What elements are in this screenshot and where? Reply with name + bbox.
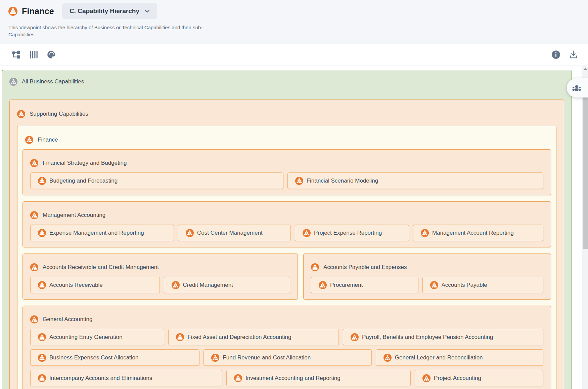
- title-row: Finance C. Capability Hierarchy: [8, 3, 588, 19]
- capability-leaf-investment-accounting-and-reporting[interactable]: Investment Accounting and Reporting: [226, 370, 411, 386]
- capability-leaf-cost-center-management[interactable]: Cost Center Management: [178, 225, 291, 241]
- node-header: Management Accounting: [30, 211, 543, 219]
- node-label: Accounting Entry Generation: [49, 334, 122, 341]
- capability-leaf-payroll-benefits-and-employee-pension-accounting[interactable]: Payroll, Benefits and Employee Pension A…: [343, 329, 543, 345]
- palette-icon[interactable]: [47, 50, 56, 59]
- capability-leaf-financial-scenario-modeling[interactable]: Financial Scenario Modeling: [287, 172, 543, 189]
- capability-node-finance[interactable]: Finance Financial Strategy and Budgeting…: [17, 126, 556, 389]
- node-header: Accounts Receivable and Credit Managemen…: [30, 263, 290, 271]
- capability-icon: [234, 374, 242, 382]
- node-label: Finance: [38, 137, 58, 143]
- capability-icon: [17, 110, 25, 118]
- capability-icon: [38, 354, 46, 362]
- capability-group-general-accounting[interactable]: General Accounting Accounting Entry Gene…: [22, 306, 551, 389]
- node-header: Finance: [25, 136, 551, 144]
- toolbar-right: [551, 50, 578, 59]
- children-row: Procurement Accounts Payable: [311, 277, 543, 293]
- node-label: Budgeting and Forecasting: [49, 178, 118, 184]
- capability-icon: [186, 229, 194, 237]
- capability-leaf-credit-management[interactable]: Credit Management: [164, 277, 290, 293]
- node-label: General Accounting: [43, 316, 92, 323]
- capability-icon: [319, 281, 327, 289]
- capability-node-supporting-capabilities[interactable]: Supporting Capabilities Finance Financia…: [9, 100, 564, 389]
- capability-icon: [30, 211, 38, 219]
- node-label: Accounts Payable: [442, 282, 487, 288]
- node-label: Intercompany Accounts and Eliminations: [49, 375, 152, 382]
- diagram-canvas: All Business Capabilities Supporting Cap…: [0, 66, 588, 389]
- capability-leaf-accounting-entry-generation[interactable]: Accounting Entry Generation: [30, 329, 164, 345]
- capability-icon: [38, 333, 46, 341]
- node-label: General Ledger and Reconciliation: [395, 354, 483, 361]
- capability-icon: [311, 263, 319, 271]
- people-group-button[interactable]: [567, 78, 588, 98]
- capability-leaf-management-account-reporting[interactable]: Management Account Reporting: [413, 225, 543, 241]
- capability-leaf-project-expense-reporting[interactable]: Project Expense Reporting: [295, 225, 409, 241]
- column-layout-icon[interactable]: [29, 50, 38, 59]
- capability-leaf-intercompany-accounts-and-eliminations[interactable]: Intercompany Accounts and Eliminations: [30, 370, 222, 386]
- capability-leaf-project-accounting[interactable]: Project Accounting: [415, 370, 543, 386]
- capability-group-financial-strategy-and-budgeting[interactable]: Financial Strategy and Budgeting Budgeti…: [22, 149, 551, 195]
- node-header: Accounts Payable and Expenses: [311, 263, 543, 271]
- node-header: Financial Strategy and Budgeting: [30, 159, 543, 167]
- page-header: Finance C. Capability Hierarchy This Vie…: [0, 0, 588, 44]
- node-label: Procurement: [330, 282, 363, 288]
- capability-icon: [351, 333, 359, 341]
- children-row: Intercompany Accounts and Eliminations I…: [30, 370, 543, 386]
- capability-icon: [172, 281, 180, 289]
- children-row: Accounts Receivable Credit Management: [30, 277, 290, 293]
- capability-group-accounts-receivable-and-credit-management[interactable]: Accounts Receivable and Credit Managemen…: [22, 254, 298, 300]
- capability-icon: [211, 354, 219, 362]
- people-group-icon: [572, 83, 582, 93]
- toolbar-left: [12, 50, 56, 59]
- capability-leaf-expense-management-and-reporting[interactable]: Expense Management and Reporting: [30, 225, 174, 241]
- up-triangle-icon: [584, 68, 587, 70]
- vertical-scrollbar[interactable]: [582, 66, 588, 389]
- capability-group-accounts-payable-and-expenses[interactable]: Accounts Payable and Expenses Procuremen…: [303, 254, 551, 300]
- scrollbar-thumb[interactable]: [583, 98, 588, 249]
- children-row: Budgeting and Forecasting Financial Scen…: [30, 172, 543, 189]
- capability-leaf-general-ledger-and-reconciliation[interactable]: General Ledger and Reconciliation: [376, 349, 543, 366]
- scrollbar-up-arrow[interactable]: [582, 66, 588, 72]
- capability-icon: [38, 374, 46, 382]
- capability-leaf-accounts-receivable[interactable]: Accounts Receivable: [30, 277, 160, 293]
- capability-node-all-business-capabilities[interactable]: All Business Capabilities Supporting Cap…: [2, 70, 572, 389]
- capability-leaf-accounts-payable[interactable]: Accounts Payable: [422, 277, 543, 293]
- node-header: General Accounting: [30, 315, 543, 323]
- node-label: Fund Revenue and Cost Allocation: [223, 354, 311, 361]
- node-label: Accounts Receivable and Credit Managemen…: [43, 264, 159, 271]
- capability-leaf-fund-revenue-and-cost-allocation[interactable]: Fund Revenue and Cost Allocation: [203, 349, 371, 366]
- capability-leaf-budgeting-and-forecasting[interactable]: Budgeting and Forecasting: [30, 172, 283, 189]
- viewpoint-dropdown-label: C. Capability Hierarchy: [70, 7, 139, 15]
- capability-icon: [38, 281, 46, 289]
- node-label: Project Expense Reporting: [314, 230, 382, 236]
- workspace-title: Finance: [22, 6, 54, 16]
- capability-group-management-accounting[interactable]: Management Accounting Expense Management…: [22, 201, 551, 247]
- node-label: All Business Capabilities: [22, 78, 84, 85]
- viewpoint-dropdown[interactable]: C. Capability Hierarchy: [62, 3, 157, 19]
- children-row: Accounting Entry Generation Fixed Asset …: [30, 329, 543, 345]
- node-label: Cost Center Management: [197, 230, 263, 236]
- download-icon[interactable]: [569, 50, 578, 59]
- capability-leaf-procurement[interactable]: Procurement: [311, 277, 418, 293]
- capability-icon: [430, 281, 438, 289]
- node-label: Accounts Receivable: [49, 282, 103, 288]
- capability-icon: [422, 374, 431, 382]
- info-icon[interactable]: [551, 50, 560, 59]
- chevron-down-icon: [145, 9, 150, 13]
- node-label: Business Expenses Cost Allocation: [49, 354, 139, 361]
- node-label: Fixed Asset and Depreciation Accounting: [187, 334, 291, 341]
- capability-icon: [9, 78, 17, 86]
- capability-icon: [421, 229, 429, 237]
- workspace-logo-icon: [8, 7, 17, 16]
- capability-icon: [38, 177, 46, 185]
- capability-icon: [30, 315, 38, 323]
- capability-leaf-fixed-asset-and-depreciation-accounting[interactable]: Fixed Asset and Depreciation Accounting: [168, 329, 339, 345]
- viewpoint-description: This Viewpoint shows the hierarchy of Bu…: [8, 24, 210, 38]
- capability-icon: [30, 263, 38, 271]
- group-pair-row: Accounts Receivable and Credit Managemen…: [22, 254, 551, 300]
- capability-icon: [176, 333, 184, 341]
- node-label: Project Accounting: [434, 375, 481, 382]
- children-row: Business Expenses Cost Allocation Fund R…: [30, 349, 543, 366]
- tree-layout-icon[interactable]: [12, 50, 21, 59]
- capability-leaf-business-expenses-cost-allocation[interactable]: Business Expenses Cost Allocation: [30, 349, 199, 366]
